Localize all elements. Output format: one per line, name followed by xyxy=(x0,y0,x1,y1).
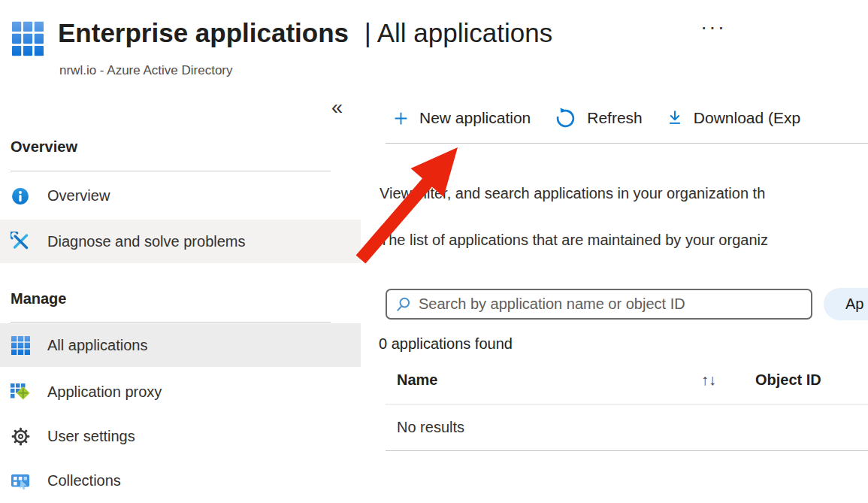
sidebar-item-diagnose[interactable]: Diagnose and solve problems xyxy=(0,220,361,263)
application-type-filter-pill[interactable]: Ap xyxy=(824,288,868,320)
sidebar-item-label: User settings xyxy=(47,428,135,445)
sidebar-section-overview: Overview xyxy=(11,138,77,156)
sidebar-item-user-settings[interactable]: User settings xyxy=(0,415,361,458)
refresh-icon xyxy=(555,108,576,129)
search-input[interactable] xyxy=(419,295,805,313)
sidebar-divider xyxy=(11,171,331,171)
sidebar-item-label: Overview xyxy=(47,187,110,205)
new-application-button[interactable]: New application xyxy=(393,109,531,127)
collections-icon xyxy=(11,471,30,491)
new-application-label: New application xyxy=(419,109,531,127)
intro-text-line1: View, filter, and search applications in… xyxy=(380,185,765,202)
gear-icon xyxy=(11,427,30,447)
download-icon xyxy=(667,109,683,127)
sidebar-item-all-applications[interactable]: All applications xyxy=(0,323,361,367)
page-title-primary: Enterprise applications xyxy=(58,18,349,47)
sidebar-item-collections[interactable]: Collections xyxy=(0,459,361,502)
page-title-secondary: | All applications xyxy=(364,18,552,47)
sidebar-item-overview[interactable]: Overview xyxy=(0,174,361,217)
command-bar: New application Refresh Download (Exp xyxy=(393,104,800,132)
download-label: Download (Exp xyxy=(694,109,800,127)
refresh-button[interactable]: Refresh xyxy=(555,108,643,129)
sidebar-collapse-button[interactable]: « xyxy=(331,96,343,120)
apps-grid-icon xyxy=(11,335,30,355)
plus-icon xyxy=(393,111,409,126)
info-icon xyxy=(11,186,30,206)
page-subtitle: nrwl.io - Azure Active Directory xyxy=(59,63,233,78)
enterprise-applications-icon xyxy=(12,21,44,56)
filter-pill-label: Ap xyxy=(845,295,863,313)
sidebar-item-label: Diagnose and solve problems xyxy=(47,233,246,250)
empty-state-text: No results xyxy=(397,419,464,436)
sidebar-item-application-proxy[interactable]: Application proxy xyxy=(0,371,361,414)
sidebar-item-label: Application proxy xyxy=(47,383,162,401)
search-box[interactable] xyxy=(386,289,812,320)
sidebar-item-label: All applications xyxy=(47,337,147,354)
column-header-object-id[interactable]: Object ID xyxy=(755,371,821,389)
column-header-name[interactable]: Name xyxy=(397,371,437,389)
sort-icon[interactable]: ↑↓ xyxy=(701,371,716,389)
sidebar-section-manage: Manage xyxy=(11,290,66,308)
page-title: Enterprise applications | All applicatio… xyxy=(58,18,552,48)
refresh-label: Refresh xyxy=(587,109,643,127)
download-button[interactable]: Download (Exp xyxy=(667,109,800,127)
ellipsis-menu-button[interactable]: ··· xyxy=(700,15,726,39)
intro-text-line2: The list of applications that are mainta… xyxy=(380,232,768,249)
table-divider xyxy=(386,450,868,451)
sidebar-divider xyxy=(11,322,331,323)
sidebar-item-label: Collections xyxy=(47,472,121,489)
results-count: 0 applications found xyxy=(379,335,513,353)
wrench-icon xyxy=(11,232,30,251)
search-icon xyxy=(395,296,412,313)
app-proxy-icon xyxy=(11,383,30,402)
toolbar-divider xyxy=(386,143,868,144)
table-divider xyxy=(386,404,868,405)
